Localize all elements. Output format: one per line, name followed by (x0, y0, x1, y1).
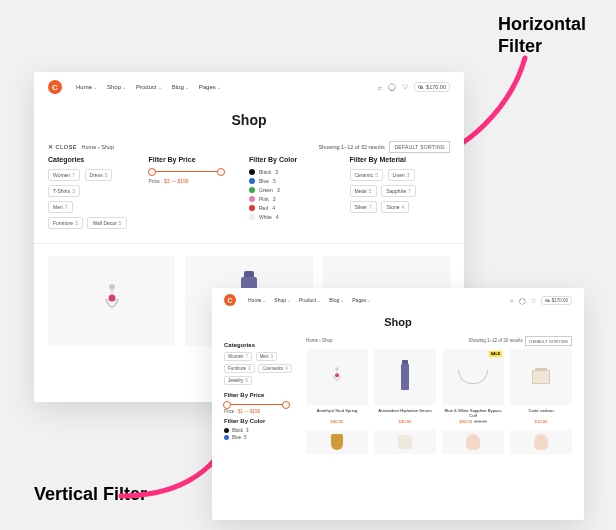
close-filter-button[interactable]: ✕ CLOSE (48, 144, 77, 150)
product-card[interactable] (374, 430, 436, 454)
wishlist-icon[interactable]: ♡ (402, 83, 408, 91)
product-card[interactable] (306, 430, 368, 454)
page-title: Shop (34, 98, 464, 144)
product-card[interactable]: Carte cadeau $10.00 (510, 349, 572, 424)
bracelet-icon (458, 370, 488, 384)
svg-point-1 (108, 295, 115, 302)
categories-heading: Categories (48, 156, 143, 163)
color-option[interactable]: Red 4 (249, 205, 344, 211)
wishlist-icon[interactable]: ♡ (531, 297, 536, 304)
color-option[interactable]: Black 3 (224, 428, 296, 433)
nav-pages[interactable]: Pages⌄ (352, 297, 371, 303)
color-option[interactable]: Green 3 (249, 187, 344, 193)
sale-badge: SALE (489, 351, 502, 357)
categories-heading: Categories (224, 342, 296, 348)
product-grid: Amethyst Stud Spring $30.00 Antioxidant … (306, 349, 572, 454)
sort-select[interactable]: DEFAULT SORTING (525, 336, 572, 346)
color-heading: Filter By Color (249, 156, 344, 163)
material-heading: Filter By Meterial (350, 156, 445, 163)
search-icon[interactable]: ⌕ (510, 297, 514, 303)
svg-point-3 (335, 373, 339, 377)
category-chip[interactable]: Cosmetics4 (258, 364, 292, 373)
panel-vertical-filter: C Home⌄ Shop⌄ Product⌄ Blog⌄ Pages⌄ ⌕ ◯ … (212, 288, 584, 520)
product-card[interactable] (442, 430, 504, 454)
result-count: Showing 1–12 of 32 results (469, 338, 523, 343)
filter-material: Filter By Meterial Ceramic5 Linen3 Metal… (350, 156, 451, 233)
user-icon[interactable]: ◯ (519, 297, 526, 304)
category-chip[interactable]: T-Shirts3 (48, 185, 80, 197)
product-price: $30.00 (374, 419, 436, 424)
product-card[interactable] (48, 256, 175, 346)
category-chip[interactable]: Furniture3 (224, 364, 255, 373)
color-option[interactable]: Blue 5 (249, 178, 344, 184)
svg-point-0 (109, 284, 115, 290)
material-chip[interactable]: Ceramic5 (350, 169, 383, 181)
category-chip[interactable]: Men7 (48, 201, 73, 213)
thumb-icon (466, 434, 480, 450)
color-option[interactable]: Pink 3 (249, 196, 344, 202)
category-chip[interactable]: Jewelry9 (224, 376, 252, 385)
user-icon[interactable]: ◯ (388, 83, 396, 91)
color-option[interactable]: Blue 5 (224, 435, 296, 440)
page-title: Shop (212, 308, 584, 338)
material-chip[interactable]: Metal5 (350, 185, 377, 197)
product-price: $10.00 (510, 419, 572, 424)
logo[interactable]: C (224, 294, 236, 306)
filter-price: Filter By Price Price : $3 — $199 (149, 156, 250, 233)
filter-categories: Categories Women7 Dress5 T-Shirts3 Men7 … (48, 156, 149, 233)
price-heading: Filter By Price (224, 392, 296, 398)
cart-button[interactable]: 🛍 $170.00 (414, 82, 450, 92)
color-heading: Filter By Color (224, 418, 296, 424)
toolbar: ✕ CLOSE Home › Shop Showing 1–12 of 32 r… (34, 144, 464, 156)
vertical-filter-sidebar: Categories Women7 Men3 Furniture3 Cosmet… (224, 338, 296, 454)
nav-home[interactable]: Home⌄ (248, 297, 266, 303)
filter-color: Filter By Color Black 3 Blue 5 Green 3 P… (249, 156, 350, 233)
header: C Home⌄ Shop⌄ Product⌄ Blog⌄ Pages⌄ ⌕ ◯ … (34, 72, 464, 98)
breadcrumb: Home › Shop (306, 338, 333, 343)
nav-product[interactable]: Product⌄ (299, 297, 321, 303)
logo[interactable]: C (48, 80, 62, 94)
nav-blog[interactable]: Blog⌄ (329, 297, 344, 303)
price-slider[interactable] (149, 171, 225, 172)
color-option[interactable]: White 4 (249, 214, 344, 220)
price-slider[interactable] (224, 404, 289, 405)
category-chip[interactable]: Wall Decor5 (87, 217, 126, 229)
category-chip[interactable]: Men3 (256, 352, 277, 361)
nav-product[interactable]: Product⌄ (136, 84, 162, 90)
material-chip[interactable]: Stone4 (381, 201, 409, 213)
nav-blog[interactable]: Blog⌄ (172, 84, 189, 90)
product-price: $30.00 (306, 419, 368, 424)
nav-pages[interactable]: Pages⌄ (199, 84, 221, 90)
product-name: Blue & White Sapphire Bypass Cuff (442, 408, 504, 418)
material-chip[interactable]: Linen3 (388, 169, 415, 181)
product-card[interactable]: Antioxidant Hydration Serum $30.00 (374, 349, 436, 424)
thumb-icon (534, 434, 548, 450)
product-area: Home › Shop Showing 1–12 of 32 results D… (306, 338, 572, 454)
product-card[interactable]: Amethyst Stud Spring $30.00 (306, 349, 368, 424)
product-price: $30.00$40.00 (442, 419, 504, 424)
product-name: Amethyst Stud Spring (306, 408, 368, 418)
product-card[interactable]: SALE Blue & White Sapphire Bypass Cuff $… (442, 349, 504, 424)
category-chip[interactable]: Dress5 (85, 169, 113, 181)
breadcrumb: Home › Shop (82, 144, 114, 150)
nav-home[interactable]: Home⌄ (76, 84, 97, 90)
bottle-icon (401, 364, 409, 390)
color-option[interactable]: Black 3 (249, 169, 344, 175)
result-count: Showing 1–12 of 32 results (318, 144, 384, 150)
category-chip[interactable]: Women7 (48, 169, 80, 181)
nav-shop[interactable]: Shop⌄ (107, 84, 126, 90)
sort-select[interactable]: DEFAULT SORTING (389, 141, 450, 153)
nav-shop[interactable]: Shop⌄ (274, 297, 291, 303)
main-nav: Home⌄ Shop⌄ Product⌄ Blog⌄ Pages⌄ (248, 297, 371, 303)
cart-button[interactable]: 🛍 $170.00 (541, 296, 572, 305)
search-icon[interactable]: ⌕ (378, 84, 382, 91)
thumb-icon (331, 434, 343, 450)
product-card[interactable] (510, 430, 572, 454)
product-image (48, 256, 175, 346)
category-chip[interactable]: Furniture3 (48, 217, 83, 229)
category-chip[interactable]: Women7 (224, 352, 252, 361)
thumb-icon (398, 435, 412, 449)
material-chip[interactable]: Silver7 (350, 201, 377, 213)
header: C Home⌄ Shop⌄ Product⌄ Blog⌄ Pages⌄ ⌕ ◯ … (212, 288, 584, 308)
material-chip[interactable]: Sapphire7 (381, 185, 416, 197)
